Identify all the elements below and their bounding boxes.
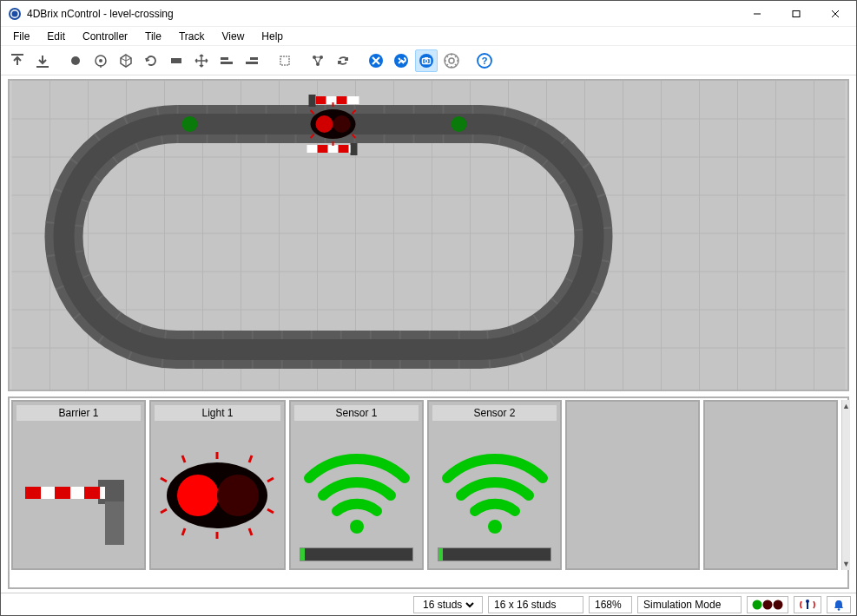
- svg-point-108: [763, 600, 773, 609]
- svg-line-98: [182, 528, 185, 535]
- title-bar: 4DBrix nControl - level-crossing: [1, 1, 856, 27]
- svg-rect-15: [221, 62, 233, 64]
- window-title: 4DBrix nControl - level-crossing: [27, 8, 737, 20]
- menu-file[interactable]: File: [4, 29, 38, 44]
- grid-size: 16 x 16 studs: [488, 596, 583, 613]
- svg-rect-87: [105, 501, 124, 545]
- tile-icon[interactable]: [165, 49, 188, 72]
- svg-rect-73: [351, 143, 358, 155]
- wifi-icon: [300, 445, 413, 541]
- panel-barrier-1[interactable]: Barrier 1: [11, 400, 146, 570]
- panel-scrollbar[interactable]: ▲ ▼: [841, 400, 850, 570]
- rotate-icon[interactable]: [140, 49, 162, 72]
- level-crossing: [307, 95, 359, 155]
- svg-point-9: [71, 56, 80, 65]
- svg-point-28: [445, 54, 458, 68]
- lights-status-icon[interactable]: [747, 596, 788, 613]
- svg-rect-4: [793, 10, 800, 16]
- menu-help[interactable]: Help: [253, 29, 292, 44]
- svg-rect-89: [25, 487, 41, 499]
- load-icon[interactable]: [6, 49, 29, 72]
- panel-empty[interactable]: [703, 400, 838, 570]
- svg-line-102: [161, 509, 167, 513]
- shape-icon[interactable]: [115, 49, 137, 72]
- toolbar: ?: [1, 46, 856, 75]
- svg-line-37: [455, 56, 457, 57]
- svg-line-35: [455, 64, 457, 66]
- grid-select[interactable]: 16 studs: [413, 596, 483, 613]
- close-button[interactable]: [815, 1, 854, 27]
- svg-line-100: [249, 528, 252, 535]
- align-left-icon[interactable]: [215, 49, 238, 72]
- svg-rect-69: [309, 95, 316, 107]
- panel-empty[interactable]: [565, 400, 700, 570]
- svg-point-79: [333, 115, 351, 133]
- sensor-progress: [438, 547, 551, 561]
- maximize-button[interactable]: [776, 1, 815, 27]
- move-icon[interactable]: [190, 49, 213, 72]
- barrier-icon: [18, 436, 140, 549]
- expand-icon[interactable]: [274, 49, 296, 72]
- svg-point-107: [753, 600, 762, 609]
- svg-line-104: [267, 509, 274, 513]
- svg-point-2: [12, 10, 18, 16]
- svg-point-111: [806, 600, 809, 603]
- svg-line-97: [249, 455, 252, 462]
- minimize-button[interactable]: [737, 1, 776, 27]
- svg-point-109: [774, 600, 783, 609]
- svg-line-34: [447, 56, 449, 57]
- svg-rect-71: [316, 96, 326, 104]
- mode-label: Simulation Mode: [637, 596, 742, 613]
- track-svg: [10, 81, 847, 390]
- bell-status-icon[interactable]: [827, 596, 851, 613]
- svg-rect-14: [221, 57, 228, 60]
- camera-icon[interactable]: [415, 49, 438, 72]
- settings-icon[interactable]: [440, 49, 463, 72]
- svg-point-24: [419, 54, 433, 68]
- svg-rect-18: [280, 56, 289, 65]
- svg-rect-76: [339, 145, 349, 153]
- scroll-down-icon[interactable]: ▼: [842, 560, 850, 568]
- light-icon: [155, 436, 280, 549]
- svg-line-103: [267, 478, 274, 482]
- panel-light-1[interactable]: Light 1: [149, 400, 286, 570]
- sensor-progress: [300, 547, 413, 561]
- menu-view[interactable]: View: [214, 29, 254, 44]
- tools-icon[interactable]: [390, 49, 412, 72]
- disconnect-icon[interactable]: [365, 49, 387, 72]
- menu-edit[interactable]: Edit: [38, 29, 74, 44]
- svg-point-29: [449, 58, 454, 63]
- antenna-status-icon[interactable]: [794, 596, 821, 613]
- svg-point-11: [99, 59, 102, 62]
- svg-rect-75: [318, 145, 328, 153]
- svg-rect-13: [171, 58, 181, 63]
- save-icon[interactable]: [31, 49, 54, 72]
- menu-controller[interactable]: Controller: [74, 29, 136, 44]
- track-sensor-left: [182, 116, 198, 132]
- panel-sensor-1[interactable]: Sensor 1: [289, 400, 424, 570]
- panel-sensor-2[interactable]: Sensor 2: [427, 400, 562, 570]
- record-icon[interactable]: [64, 49, 87, 72]
- sync-icon[interactable]: [332, 49, 354, 72]
- track-canvas[interactable]: [8, 79, 849, 391]
- wifi-icon: [438, 445, 551, 541]
- grid-select-dropdown[interactable]: 16 studs: [419, 598, 477, 612]
- zoom-level: 168%: [589, 596, 632, 613]
- svg-rect-72: [337, 96, 347, 104]
- scroll-up-icon[interactable]: ▲: [842, 402, 850, 410]
- panel-label: Sensor 2: [432, 405, 557, 421]
- svg-rect-16: [250, 57, 258, 60]
- align-right-icon[interactable]: [241, 49, 263, 72]
- target-icon[interactable]: [89, 49, 112, 72]
- graph-icon[interactable]: [307, 49, 329, 72]
- help-icon[interactable]: ?: [473, 49, 496, 72]
- svg-rect-90: [55, 487, 70, 499]
- svg-text:?: ?: [482, 56, 488, 66]
- svg-line-95: [182, 455, 185, 462]
- svg-point-94: [217, 475, 259, 516]
- menu-track[interactable]: Track: [170, 29, 214, 44]
- menu-tile[interactable]: Tile: [136, 29, 170, 44]
- menu-bar: File Edit Controller Tile Track View Hel…: [1, 27, 856, 46]
- svg-point-93: [177, 475, 219, 516]
- panel-label: Barrier 1: [16, 405, 141, 421]
